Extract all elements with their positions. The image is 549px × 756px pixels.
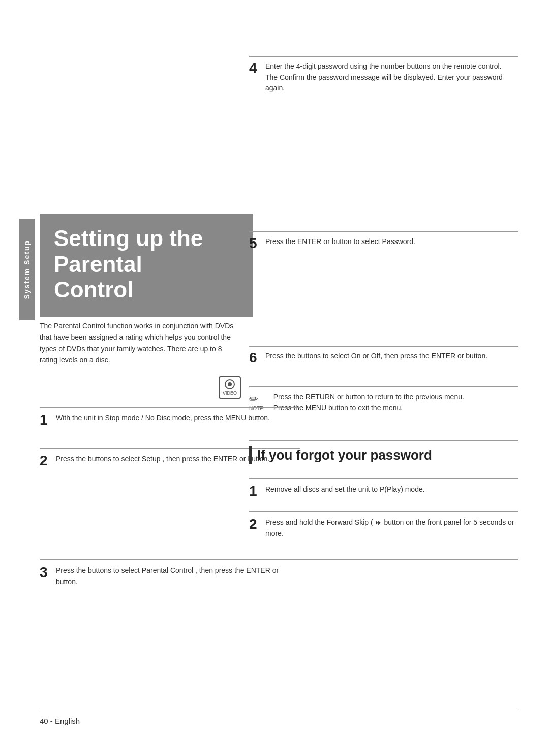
step4-text: Enter the 4-digit password using the num… [265, 61, 518, 94]
step4-block: 4 Enter the 4-digit password using the n… [249, 61, 518, 94]
step5-block: 5 Press the ENTER or button to select Pa… [249, 236, 518, 251]
forgot-step2-rule [249, 511, 518, 512]
step6-text-line1: Press the buttons to select On or Off, t… [265, 352, 487, 360]
sidebar: System Setup [19, 219, 35, 320]
step3-text: Press the buttons to select Parental Con… [56, 565, 300, 587]
forgot-step1-number: 1 [249, 484, 260, 498]
forgot-title-block: If you forgot your password [249, 446, 518, 464]
step4-text-line1: Enter the 4-digit password using the num… [265, 62, 502, 70]
note-text-line2: Press the MENU button to exit the menu. [273, 404, 403, 412]
forgot-bar [249, 446, 252, 464]
step6-block: 6 Press the buttons to select On or Off,… [249, 351, 518, 365]
left-step1-rule [40, 407, 300, 408]
video-circle [225, 379, 235, 389]
forgot-step1-rule [249, 478, 518, 479]
step4-text-line2: The Confirm the password message will be… [265, 73, 503, 93]
step4-number: 4 [249, 61, 260, 75]
forgot-step1-text: Remove all discs and set the unit to P(P… [265, 484, 518, 495]
step5-text-content: Press the ENTER or button to select Pass… [265, 237, 415, 246]
step5-rule [249, 231, 518, 232]
forgot-title: If you forgot your password [257, 447, 432, 463]
forgot-step2-number: 2 [249, 517, 260, 531]
forgot-step2-text: Press and hold the Forward Skip ( ⏭ butt… [265, 517, 518, 539]
step1-text: With the unit in Stop mode / No Disc mod… [56, 413, 315, 424]
note-text-line1: Press the RETURN or button to return to … [273, 392, 464, 401]
step2-number: 2 [40, 453, 51, 468]
step1-number: 1 [40, 413, 51, 427]
forgot-step2-bottom-rule [249, 559, 518, 560]
step3-number: 3 [40, 565, 51, 580]
main-title: Setting up the Parental Control [54, 226, 239, 303]
sidebar-label: System Setup [23, 240, 31, 299]
video-dot [228, 382, 232, 386]
title-line1: Setting up the Parental [54, 226, 239, 277]
step6-rule [249, 346, 518, 347]
video-icon: VIDEO [219, 376, 241, 399]
video-label: VIDEO [223, 390, 237, 396]
top-rule [249, 56, 518, 57]
pencil-icon: ✏ [249, 392, 258, 405]
forgot-step2-block: 2 Press and hold the Forward Skip ( ⏭ bu… [249, 517, 518, 539]
step5-text: Press the ENTER or button to select Pass… [265, 236, 518, 248]
footer-text: 40 - English [40, 717, 80, 725]
note-text: Press the RETURN or button to return to … [273, 391, 518, 413]
forgot-step1-block: 1 Remove all discs and set the unit to P… [249, 484, 518, 498]
footer-rule [40, 710, 518, 711]
step3-block: 3 Press the buttons to select Parental C… [40, 565, 300, 587]
note-rule [249, 386, 518, 387]
forgot-section-rule [249, 440, 518, 441]
title-line2: Control [54, 277, 239, 303]
note-block: ✏ NOTE Press the RETURN or button to ret… [249, 391, 518, 413]
page: 4 Enter the 4-digit password using the n… [0, 0, 549, 756]
step6-number: 6 [249, 351, 260, 365]
video-icon-container: VIDEO [219, 376, 241, 399]
description-text: The Parental Control function works in c… [40, 322, 233, 364]
step6-text: Press the buttons to select On or Off, t… [265, 351, 518, 362]
description-block: The Parental Control function works in c… [40, 320, 238, 366]
title-block: Setting up the Parental Control [40, 214, 253, 317]
note-icon: ✏ NOTE [249, 392, 263, 411]
step5-number: 5 [249, 236, 260, 251]
step1-block: 1 With the unit in Stop mode / No Disc m… [40, 413, 315, 427]
